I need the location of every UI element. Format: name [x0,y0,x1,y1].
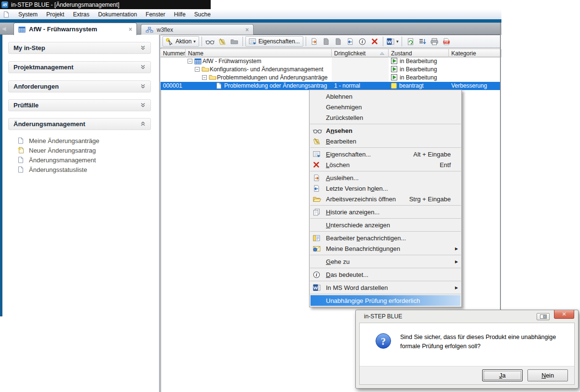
cell-name: −AfW - Frühwarnsystem [186,57,332,65]
context-menu-item-genehmigen[interactable]: Genehmigen [310,102,461,112]
column-header-dringlichkeit[interactable]: Dringlichkeit [332,49,389,57]
table-row[interactable]: 000001Problemmeldung oder Änderungsantra… [161,82,500,90]
table-row[interactable]: −Konfigurations- und Änderungsmanagement… [161,65,500,74]
toolbar-aktion-button[interactable]: Aktion▾ [162,36,199,47]
context-menu-item-historie-anzeigen[interactable]: Historie anzeigen... [310,207,461,217]
toolbar-bearbeiten-button[interactable] [216,36,228,47]
submenu-arrow-icon: ▶ [455,260,458,264]
dialog-close-button[interactable]: ✕ [554,310,574,319]
menu-separator [310,124,461,124]
context-menu-item-ausleihen[interactable]: Ausleihen... [310,172,461,183]
delete-icon [371,38,378,45]
svg-text:?: ? [381,336,386,347]
document-icon [18,157,25,163]
sidebar-item-meine-änderungsanträge[interactable]: Meine Änderungsanträge [18,136,99,145]
toolbar-in-ms-word-button[interactable]: W▾ [386,36,400,47]
toolbar-das-bedeutet-button[interactable]: i [357,36,368,47]
context-menu-item-bearbeiter-benachrichtigen[interactable]: Bearbeiter benachrichtigen... [310,233,461,243]
column-header-zustand[interactable]: Zustand [389,49,449,57]
toolbar-sortieren-button[interactable] [417,36,428,47]
tab-close-icon[interactable]: × [245,26,249,33]
sidebar-section-projektmanagement[interactable]: Projektmanagement [8,61,151,73]
context-menu-item-gehe-zu[interactable]: Gehe zu▶ [310,256,461,267]
column-header-kategorie[interactable]: Kategorie [449,49,501,57]
table-row[interactable]: −Problemmeldungen und Änderungsanträgein… [161,74,500,82]
sidebar-section-anforderungen[interactable]: Anforderungen [8,80,151,92]
context-menu-item-letzte-version-holen[interactable]: Letzte Version holen... [310,183,461,194]
context-menu-item-ablehnen[interactable]: Ablehnen [310,91,461,102]
tab-close-icon[interactable]: × [129,26,132,33]
toolbar-pdf-export-button[interactable]: PDF [441,36,452,47]
confirm-dialog: in-STEP BLUE ✕ ? Sind Sie sicher, dass f… [355,310,579,389]
menu-hilfe[interactable]: Hilfe [170,10,190,19]
context-menu-item-unabhängige-prüfung-erforderlich[interactable]: Unabhängige Prüfung erforderlich [310,295,460,306]
menu-extras[interactable]: Extras [68,10,94,19]
menu-projekt[interactable]: Projekt [42,10,68,19]
context-menu-item-eigenschaften[interactable]: Eigenschaften...Alt + Eingabe [310,149,461,159]
menu-system[interactable]: System [14,10,42,19]
window-title: in-STEP BLUE - [Änderungsmanagement] [11,1,120,8]
dialog-body: ? Sind Sie sicher, dass für dieses Produ… [359,323,575,385]
svg-text:W: W [313,285,318,290]
toolbar-ausleihen-button[interactable] [309,36,320,47]
toolbar-button-label: Eigenschaften... [258,38,300,45]
sidebar-item-änderungsstatusliste[interactable]: Änderungsstatusliste [18,165,87,174]
row-name: Problemmeldungen und Änderungsanträge [217,74,328,82]
sidebar-item-label: Änderungsstatusliste [29,166,87,173]
dialog-helper-button[interactable] [537,313,550,320]
toolbar-eigenschaften-button[interactable]: Eigenschaften... [245,36,303,47]
tab-scroll-left-icon[interactable]: ◀ [2,26,6,32]
menu-dokumentation[interactable]: Dokumentation [94,10,141,19]
column-header-label: Nummer [163,50,185,57]
chevron-up-icon[interactable] [140,121,146,127]
chevron-down-icon[interactable] [140,45,146,51]
collapse-toggle-icon[interactable]: − [195,67,200,72]
sidebar-item-änderungsmanagement[interactable]: Änderungsmanagement [18,156,96,164]
menu-suche[interactable]: Suche [190,10,215,19]
cell-kategorie [449,74,501,82]
toolbar-aktualisieren-button[interactable] [405,36,416,47]
chevron-down-icon[interactable] [140,103,146,108]
menu-item-label: Das bedeutet... [326,271,368,278]
sidebar-section-my-in-step[interactable]: My in-Step [8,42,151,54]
sidebar-item-neuer-änderungsantrag[interactable]: Neuer Änderungsantrag [18,146,96,155]
chevron-down-icon[interactable] [140,84,146,89]
column-header-nummer[interactable]: Nummer [161,49,186,57]
cell-dringlichkeit [332,74,389,82]
sidebar-section-prüffälle[interactable]: Prüffälle [8,99,151,111]
tab-afw-fruehwarnsystem[interactable]: AfW - Frühwarnsystem × [13,23,137,35]
cell-zustand: in Bearbeitung [389,65,449,74]
toolbar-loeschen-button[interactable] [369,36,380,47]
notify-icon [313,235,326,241]
toolbar-drucken-button[interactable] [429,36,440,47]
toolbar-letzte-version-holen-button[interactable] [345,36,356,47]
context-menu-item-unterschiede-anzeigen[interactable]: Unterschiede anzeigen [310,220,461,230]
context-menu-item-arbeitsverzeichnis-öffnen[interactable]: Arbeitsverzeichnis öffnenStrg + Eingabe [310,194,461,204]
cell-dringlichkeit [332,57,389,65]
sidebar-section-änderungsmanagement[interactable]: Änderungsmanagement [8,118,151,130]
collapse-toggle-icon[interactable]: − [202,75,207,80]
context-menu-item-das-bedeutet[interactable]: iDas bedeutet... [310,269,461,280]
toolbar-ansehen-button[interactable] [204,36,216,47]
collapse-toggle-icon[interactable]: − [188,59,192,64]
menu-fenster[interactable]: Fenster [141,10,170,19]
dialog-title: in-STEP BLUE [364,313,402,320]
context-menu-item-bearbeiten[interactable]: Bearbeiten [310,136,461,146]
context-menu-item-meine-benachrichtigungen[interactable]: Meine Benachrichtigungen▶ [310,243,461,254]
cell-nummer [161,74,186,82]
context-menu-item-in-ms-word-darstellen[interactable]: WIn MS Word darstellen▶ [310,282,461,293]
chevron-down-icon[interactable] [140,65,146,70]
getversion-icon [313,185,326,192]
tab-w3flex[interactable]: w3flex × [141,24,254,35]
context-menu-item-zurückstellen[interactable]: Zurückstellen [310,112,461,123]
mdi-document-icon [3,11,9,18]
dialog-nein-button[interactable]: Nein [527,369,568,381]
context-menu-item-löschen[interactable]: LöschenEntf [310,159,461,170]
svg-text:W: W [387,39,391,44]
column-header-label: Kategorie [451,50,476,57]
context-menu-item-ansehen[interactable]: Ansehen [310,125,461,136]
table-row[interactable]: −AfW - Frühwarnsystemin Bearbeitung [161,57,500,65]
column-header-name[interactable]: Name [186,49,332,57]
state-play-icon [391,66,397,72]
dialog-ja-button[interactable]: Ja [482,369,523,381]
